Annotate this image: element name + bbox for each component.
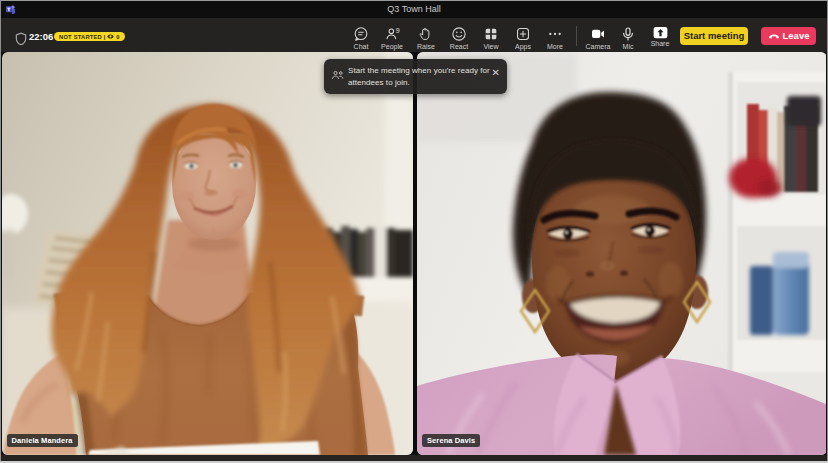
svg-text:9: 9 (396, 27, 400, 34)
